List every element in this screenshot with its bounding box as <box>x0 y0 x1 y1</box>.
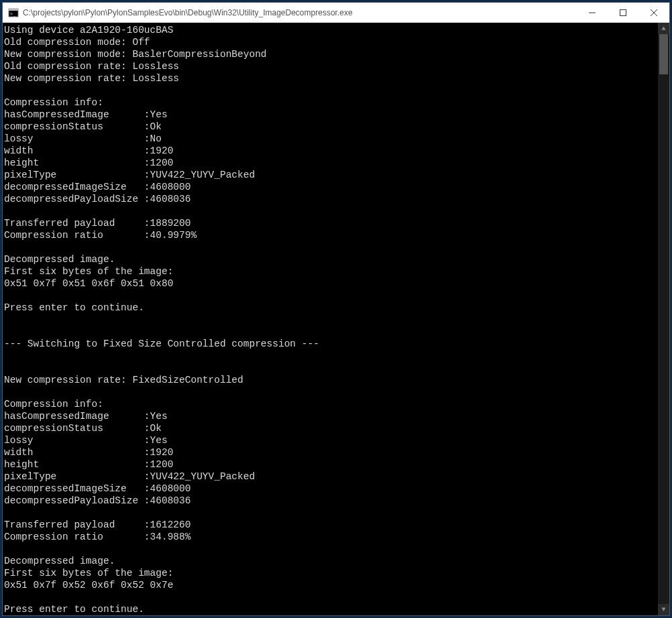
svg-rect-1 <box>9 9 18 11</box>
minimize-button[interactable] <box>577 3 608 22</box>
scroll-thumb[interactable] <box>659 34 668 74</box>
scroll-up-arrow-icon[interactable]: ▲ <box>658 23 669 34</box>
console-output: Using device a2A1920-160ucBAS Old compre… <box>4 25 319 615</box>
svg-text:>_: >_ <box>10 11 16 17</box>
window-title: C:\projects\pylon\Pylon\PylonSamplesEvo\… <box>23 8 577 17</box>
maximize-button[interactable] <box>608 3 638 22</box>
vertical-scrollbar[interactable]: ▲ ▼ <box>658 23 669 615</box>
svg-rect-4 <box>620 9 626 15</box>
close-button[interactable] <box>638 3 669 22</box>
console-window: >_ C:\projects\pylon\Pylon\PylonSamplesE… <box>2 2 670 616</box>
scroll-track[interactable] <box>658 34 669 604</box>
titlebar[interactable]: >_ C:\projects\pylon\Pylon\PylonSamplesE… <box>3 3 669 23</box>
scroll-down-arrow-icon[interactable]: ▼ <box>658 604 669 615</box>
window-controls <box>577 3 669 22</box>
app-icon: >_ <box>8 7 19 18</box>
console-client-area[interactable]: Using device a2A1920-160ucBAS Old compre… <box>3 23 669 615</box>
